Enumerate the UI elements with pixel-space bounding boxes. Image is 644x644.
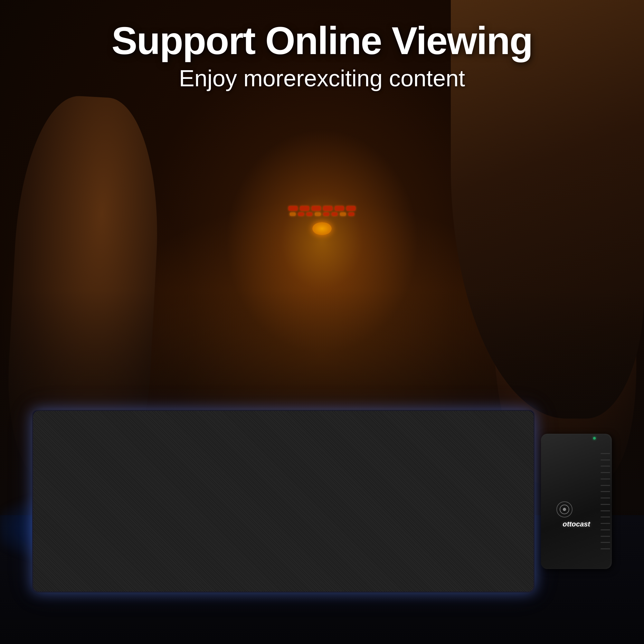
vent-lines [599, 447, 612, 555]
clock: 14:32 [478, 415, 502, 426]
status-icons: ▼ 14:32 ⧉ ↩ [463, 415, 526, 426]
app-androidauto[interactable]: Android Auto [392, 495, 425, 533]
app-carplay[interactable]: CarPlay [358, 495, 387, 533]
app-settings[interactable]: Settings [471, 547, 500, 585]
hero-section: Support Online Viewing Enjoy morerexciti… [0, 19, 644, 91]
svg-point-15 [406, 561, 410, 564]
mirroring-icon [430, 495, 459, 524]
screen-content: ⌂ ▼ 14:32 ⧉ ↩ Not Playing [33, 411, 534, 592]
vinyl-center [300, 462, 306, 469]
carplay-label: CarPlay [362, 526, 383, 533]
apps-row-2: CarPlay Android Auto [283, 488, 534, 540]
settings-icon [471, 547, 500, 576]
svg-rect-4 [441, 507, 444, 511]
bluetooth-icon [67, 547, 96, 576]
device-container: ⌂ ▼ 14:32 ⧉ ↩ Not Playing [32, 410, 612, 592]
screen-cast-icon[interactable]: ⧉ [507, 416, 513, 426]
main-content-area: Not Playing ⏮ ▶ [33, 431, 534, 592]
back-icon[interactable]: ↩ [518, 416, 526, 426]
svg-point-10 [160, 558, 163, 561]
app-bluetooth[interactable]: Bluetooth [67, 547, 96, 585]
wifi-icon: ▼ [463, 416, 472, 426]
filebrowser-label: FileBrowser [228, 578, 258, 585]
hero-title: Support Online Viewing [0, 19, 644, 62]
music-player-tile: Not Playing ⏮ ▶ [283, 431, 534, 488]
app-a2dp[interactable]: A2DP [147, 547, 176, 585]
app-video[interactable]: Video [310, 547, 339, 585]
prev-button[interactable]: ⏮ [410, 458, 423, 473]
app-music[interactable]: Music [391, 547, 420, 585]
bottom-apps-row: Bluetooth A2DP [33, 540, 534, 592]
filebrowser-icon [229, 547, 258, 576]
svg-point-14 [401, 562, 404, 565]
bluetooth-label: Bluetooth [69, 578, 93, 585]
video-icon [310, 547, 339, 576]
ottocast-device: ottocast [541, 434, 612, 569]
ottocast-circle [556, 501, 573, 517]
a2dp-label: A2DP [154, 578, 169, 585]
mirroring-label: Mirroring [433, 526, 456, 533]
music-status: Not Playing [290, 438, 527, 446]
status-bar: ⌂ ▼ 14:32 ⧉ ↩ [33, 411, 534, 431]
carplay-icon [358, 495, 387, 524]
androidauto-icon [394, 495, 423, 524]
svg-point-1 [371, 507, 374, 510]
album-art [290, 452, 316, 478]
video-label: Video [317, 578, 332, 585]
play-button[interactable]: ▶ [517, 458, 527, 473]
settings-label: Settings [475, 578, 496, 585]
app-filebrowser[interactable]: FileBrowser [228, 547, 258, 585]
car-screen: ⌂ ▼ 14:32 ⧉ ↩ Not Playing [32, 410, 535, 592]
music-label: Music [397, 578, 412, 585]
tile-placeholder-1 [33, 431, 283, 482]
music-controls: ⏮ ▶ [290, 449, 527, 481]
music-icon [391, 547, 420, 576]
svg-rect-5 [445, 507, 448, 511]
tile-placeholder-2 [33, 488, 283, 540]
home-icon[interactable]: ⌂ [41, 414, 48, 428]
a2dp-icon [147, 547, 176, 576]
hero-subtitle: Enjoy morerexciting content [0, 65, 644, 91]
svg-point-16 [483, 559, 488, 563]
led-indicator [593, 437, 596, 440]
app-mirroring[interactable]: Mirroring [430, 495, 459, 533]
ottocast-logo: ottocast [563, 520, 590, 528]
androidauto-label: Android Auto [392, 526, 425, 533]
svg-point-2 [407, 508, 410, 512]
